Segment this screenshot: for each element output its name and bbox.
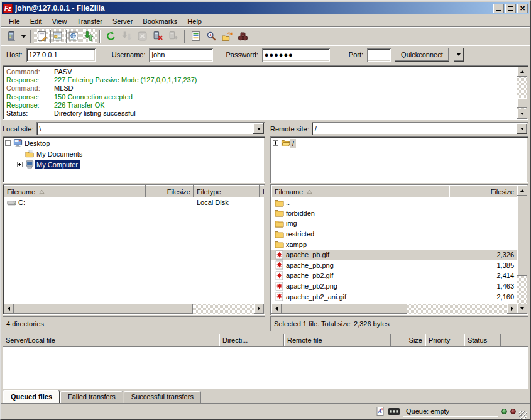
file-row-apache-pb2-ani-gif[interactable]: apache_pb2_ani.gif2,160	[271, 291, 517, 302]
file-row-apache-pb2-png[interactable]: apache_pb2.png1,463	[271, 281, 517, 292]
file-row-c-[interactable]: C:Local Disk	[4, 197, 264, 208]
tab-queued-files[interactable]: Queued files	[3, 390, 60, 403]
file-row-xampp[interactable]: xampp	[271, 239, 517, 250]
expand-toggle-icon[interactable]	[17, 162, 23, 167]
file-row-restricted[interactable]: restricted	[271, 229, 517, 240]
scroll-up-button[interactable]	[517, 67, 527, 77]
column-header-filename[interactable]: Filename	[271, 185, 449, 197]
minimize-button[interactable]	[493, 4, 504, 13]
queue-column-status[interactable]: Status	[464, 334, 501, 346]
column-header-l[interactable]: L	[260, 185, 264, 197]
scrollbar-track[interactable]	[517, 196, 527, 304]
maximize-button[interactable]	[505, 4, 516, 13]
menu-help[interactable]: Help	[182, 16, 207, 26]
sort-ascending-icon	[307, 189, 312, 194]
toggle-remote-tree-button[interactable]	[65, 29, 81, 43]
collapse-toggle-icon[interactable]	[5, 140, 11, 146]
tab-failed-transfers[interactable]: Failed transfers	[60, 391, 123, 403]
scrollbar-thumb[interactable]	[517, 196, 527, 276]
password-input[interactable]	[262, 48, 330, 62]
scroll-left-button[interactable]	[271, 304, 282, 314]
menu-edit[interactable]: Edit	[25, 16, 47, 26]
scrollbar-track[interactable]	[282, 304, 507, 314]
remote-site-combobox[interactable]: /	[312, 122, 528, 135]
log-vertical-scrollbar[interactable]	[517, 67, 527, 119]
file-row--[interactable]: ..	[271, 197, 517, 208]
toggle-message-log-button[interactable]	[34, 29, 50, 43]
find-files-button[interactable]	[235, 29, 251, 43]
queue-body	[3, 346, 528, 389]
transfer-type-icon[interactable]: A	[375, 406, 385, 416]
scroll-left-button[interactable]	[4, 304, 14, 314]
remote-site-dropdown-button[interactable]	[517, 123, 527, 134]
site-manager-icon	[6, 31, 17, 41]
file-row-apache-pb-png[interactable]: apache_pb.png1,385	[271, 260, 517, 271]
queue-column-size[interactable]: Size	[391, 334, 425, 346]
port-input[interactable]	[367, 48, 391, 62]
queue-column-blank[interactable]	[501, 334, 528, 346]
column-header-filesize[interactable]: Filesize	[146, 185, 194, 197]
quickconnect-dropdown-button[interactable]	[454, 48, 464, 62]
scroll-up-button[interactable]	[517, 185, 527, 196]
local-horizontal-scrollbar[interactable]	[4, 304, 264, 314]
transfer-queue-icon	[84, 31, 94, 41]
menu-transfer[interactable]: Transfer	[72, 16, 107, 26]
toggle-transfer-queue-button[interactable]	[81, 29, 97, 43]
reconnect-button[interactable]	[166, 29, 182, 43]
username-input[interactable]	[149, 48, 213, 62]
menu-server[interactable]: Server	[107, 16, 138, 26]
local-site-combobox[interactable]: \	[36, 122, 265, 135]
synchronized-browsing-button[interactable]	[219, 29, 235, 43]
scroll-right-button[interactable]	[254, 304, 264, 314]
svg-text:A: A	[378, 408, 382, 414]
column-header-filesize[interactable]: Filesize	[449, 185, 517, 197]
file-row-forbidden[interactable]: forbidden	[271, 208, 517, 219]
scrollbar-thumb[interactable]	[517, 98, 527, 108]
site-manager-dropdown-button[interactable]	[19, 29, 28, 43]
file-row-img[interactable]: img	[271, 218, 517, 229]
menu-file[interactable]: File	[4, 16, 25, 26]
directory-comparison-button[interactable]	[204, 29, 219, 43]
scrollbar-thumb[interactable]	[14, 304, 193, 314]
tree-item-my-computer[interactable]: My Computer	[3, 159, 265, 170]
scrollbar-track[interactable]	[517, 77, 527, 109]
menu-view[interactable]: View	[47, 16, 72, 26]
column-header-filename[interactable]: Filename	[4, 185, 146, 197]
disconnect-button[interactable]	[150, 29, 166, 43]
refresh-button[interactable]	[103, 29, 119, 43]
quickconnect-button[interactable]: Quickconnect	[395, 48, 449, 62]
host-input[interactable]	[26, 48, 96, 62]
queue-column-directi-[interactable]: Directi...	[219, 334, 284, 346]
scroll-down-button[interactable]	[517, 109, 527, 119]
tree-item-desktop[interactable]: Desktop	[3, 138, 265, 148]
resize-grip[interactable]	[519, 411, 527, 419]
toggle-local-tree-button[interactable]	[50, 29, 65, 43]
tree-item-my-documents[interactable]: My Documents	[3, 148, 265, 159]
column-header-filetype[interactable]: Filetype	[194, 185, 260, 197]
indicator-badge-icon[interactable]	[388, 408, 400, 415]
close-button[interactable]: ✕	[517, 4, 528, 13]
tab-successful-transfers[interactable]: Successful transfers	[124, 391, 201, 403]
scroll-down-button[interactable]	[517, 304, 527, 314]
site-manager-button[interactable]	[4, 29, 19, 43]
menu-bookmarks[interactable]: Bookmarks	[138, 16, 182, 26]
remote-vertical-scrollbar[interactable]	[517, 185, 527, 314]
process-queue-button[interactable]	[119, 29, 134, 43]
scrollbar-track[interactable]	[14, 304, 254, 314]
queue-column-server-local-file[interactable]: Server/Local file	[3, 334, 219, 346]
queue-column-priority[interactable]: Priority	[425, 334, 464, 346]
find-icon	[238, 31, 248, 41]
local-site-dropdown-button[interactable]	[253, 123, 264, 134]
scroll-right-button[interactable]	[507, 304, 517, 314]
expand-toggle-icon[interactable]	[273, 140, 278, 146]
cancel-operation-button[interactable]	[134, 29, 150, 43]
file-row-apache-pb-gif[interactable]: apache_pb.gif2,326	[271, 250, 517, 260]
queue-column-remote-file[interactable]: Remote file	[284, 334, 391, 346]
directory-filters-button[interactable]	[188, 29, 204, 43]
file-row-apache-pb2-gif[interactable]: apache_pb2.gif2,414	[271, 270, 517, 281]
quickconnect-bar: Host: Username: Password: Port: Quickcon…	[1, 45, 530, 64]
scrollbar-thumb[interactable]	[282, 304, 407, 314]
tree-item--[interactable]: /	[271, 138, 528, 148]
remote-horizontal-scrollbar[interactable]	[271, 304, 517, 314]
title-bar[interactable]: Fz john@127.0.0.1 - FileZilla ✕	[2, 2, 529, 14]
